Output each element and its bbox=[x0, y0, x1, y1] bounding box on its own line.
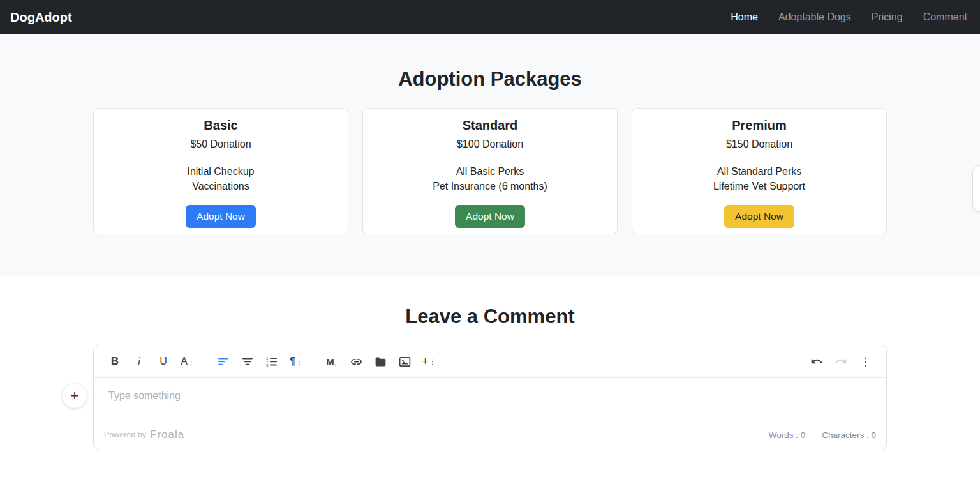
more-misc-button[interactable]: +⋮ bbox=[417, 349, 441, 374]
redo-icon bbox=[835, 355, 847, 368]
markdown-button[interactable]: M↓ bbox=[320, 349, 344, 374]
pricing-cards-row: Basic $50 Donation Initial Checkup Vacci… bbox=[93, 108, 887, 234]
align-left-button[interactable] bbox=[211, 349, 235, 374]
card-title: Premium bbox=[632, 118, 886, 133]
card-feature: Initial Checkup bbox=[94, 164, 348, 179]
more-options-icon: ⋮ bbox=[860, 355, 871, 368]
card-feature: Pet Insurance (6 months) bbox=[363, 179, 617, 193]
rich-text-editor: B i U A⋮ bbox=[93, 345, 887, 450]
pricing-card-standard: Standard $100 Donation All Basic Perks P… bbox=[362, 108, 618, 234]
markdown-icon: M bbox=[326, 356, 334, 367]
brand-dogadopt[interactable]: DogAdopt bbox=[10, 10, 72, 25]
card-price: $50 Donation bbox=[94, 139, 348, 150]
history-group: ⋮ bbox=[805, 349, 877, 374]
undo-icon bbox=[810, 355, 823, 368]
comment-editor: + B i U A⋮ bbox=[93, 345, 887, 450]
insert-group: M↓ bbox=[320, 349, 441, 374]
comment-heading: Leave a Comment bbox=[0, 305, 980, 328]
bold-button[interactable]: B bbox=[103, 349, 127, 374]
word-count: Words : 0 bbox=[769, 430, 806, 440]
nav-link-adoptable-dogs[interactable]: Adoptable Dogs bbox=[778, 11, 851, 23]
italic-icon: i bbox=[137, 355, 140, 368]
undo-button[interactable] bbox=[805, 349, 829, 374]
character-count: Characters : 0 bbox=[822, 430, 876, 440]
froala-logo[interactable]: Froala bbox=[150, 428, 184, 441]
nav-link-home[interactable]: Home bbox=[731, 11, 758, 23]
card-feature: All Basic Perks bbox=[363, 164, 617, 179]
quick-insert-plus-button[interactable]: + bbox=[63, 384, 87, 408]
adopt-now-button-basic[interactable]: Adopt Now bbox=[186, 205, 256, 228]
text-options-button[interactable]: A⋮ bbox=[175, 349, 200, 374]
svg-text:3: 3 bbox=[266, 363, 269, 367]
card-title: Standard bbox=[363, 118, 617, 133]
card-price: $150 Donation bbox=[632, 139, 886, 150]
text-caret bbox=[107, 390, 107, 402]
adopt-now-button-premium[interactable]: Adopt Now bbox=[724, 205, 794, 228]
paragraph-icon: ¶ bbox=[290, 355, 295, 368]
powered-by-label: Powered by bbox=[104, 430, 146, 439]
bold-icon: B bbox=[111, 355, 119, 368]
nav-links: Home Adoptable Dogs Pricing Comment bbox=[731, 11, 967, 23]
comment-section: Leave a Comment + B i U A⋮ bbox=[0, 276, 980, 450]
card-title: Basic bbox=[94, 118, 348, 133]
card-feature: All Standard Perks bbox=[632, 164, 886, 179]
insert-image-button[interactable] bbox=[392, 349, 417, 374]
editor-counters: Words : 0 Characters : 0 bbox=[769, 430, 876, 440]
insert-link-button[interactable] bbox=[344, 349, 368, 374]
card-feature: Lifetime Vet Support bbox=[632, 179, 886, 193]
align-left-icon bbox=[218, 356, 229, 367]
paragraph-group: 1 2 3 ¶⋮ bbox=[211, 349, 308, 374]
redo-button[interactable] bbox=[829, 349, 853, 374]
packages-heading: Adoption Packages bbox=[0, 68, 980, 91]
adopt-now-button-standard[interactable]: Adopt Now bbox=[455, 205, 525, 228]
image-icon bbox=[398, 355, 412, 368]
align-center-button[interactable] bbox=[235, 349, 260, 374]
edge-widget[interactable] bbox=[972, 165, 980, 212]
italic-button[interactable]: i bbox=[127, 349, 151, 374]
nav-link-pricing[interactable]: Pricing bbox=[872, 11, 903, 23]
paragraph-style-button[interactable]: ¶⋮ bbox=[284, 349, 308, 374]
text-style-group: B i U A⋮ bbox=[103, 349, 200, 374]
plus-icon: + bbox=[71, 388, 79, 404]
editor-content-area[interactable]: Type something bbox=[94, 378, 886, 420]
link-icon bbox=[350, 355, 363, 368]
packages-section: Adoption Packages Basic $50 Donation Ini… bbox=[0, 34, 980, 276]
nav-link-comment[interactable]: Comment bbox=[923, 11, 967, 23]
pricing-card-premium: Premium $150 Donation All Standard Perks… bbox=[632, 108, 887, 234]
editor-toolbar: B i U A⋮ bbox=[94, 345, 886, 378]
navbar: DogAdopt Home Adoptable Dogs Pricing Com… bbox=[0, 0, 980, 34]
pricing-card-basic: Basic $50 Donation Initial Checkup Vacci… bbox=[93, 108, 348, 234]
underline-button[interactable]: U bbox=[151, 349, 175, 374]
folder-icon bbox=[374, 355, 387, 368]
more-options-button[interactable]: ⋮ bbox=[853, 349, 877, 374]
ordered-list-button[interactable]: 1 2 3 bbox=[260, 349, 284, 374]
editor-footer: Powered by Froala Words : 0 Characters :… bbox=[94, 420, 886, 450]
plus-icon: + bbox=[422, 354, 429, 368]
text-options-icon: A bbox=[181, 356, 188, 367]
card-price: $100 Donation bbox=[363, 139, 617, 150]
card-feature: Vaccinations bbox=[94, 179, 348, 193]
align-center-icon bbox=[242, 356, 253, 367]
editor-placeholder: Type something bbox=[108, 390, 181, 402]
underline-icon: U bbox=[160, 356, 167, 367]
ordered-list-icon: 1 2 3 bbox=[266, 356, 278, 367]
file-manager-button[interactable] bbox=[368, 349, 392, 374]
